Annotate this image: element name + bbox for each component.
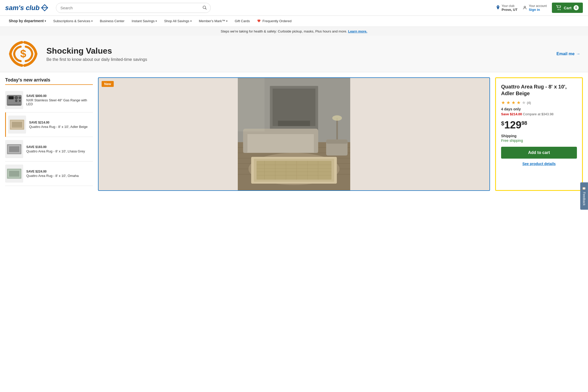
nav-item-members-mark[interactable]: Member's Mark™ ▾ xyxy=(195,16,231,27)
star-3: ★ xyxy=(511,100,516,105)
account-icon xyxy=(522,5,527,10)
cart-button[interactable]: Cart 0 xyxy=(552,3,583,13)
item-name: Quattro Area Rug - 8' x 10', Omaha xyxy=(26,174,79,178)
svg-rect-45 xyxy=(273,89,315,126)
learn-more-link[interactable]: Learn more. xyxy=(348,29,367,33)
svg-rect-73 xyxy=(326,140,348,144)
rug-omaha-thumbnail-icon xyxy=(6,167,22,181)
new-arrivals-title: Today's new arrivals xyxy=(5,77,93,85)
nav-item-gift-cards[interactable]: Gift Cards xyxy=(231,16,254,27)
rug-beige-thumbnail-icon xyxy=(9,118,25,132)
chevron-down-icon: ▾ xyxy=(156,20,157,22)
star-2: ★ xyxy=(506,100,510,105)
review-count: (4) xyxy=(527,101,531,105)
logo-text[interactable]: sam's club xyxy=(5,4,39,12)
nav-item-subscriptions[interactable]: Subscriptions & Services ▾ xyxy=(50,16,96,27)
svg-rect-74 xyxy=(238,78,265,132)
nav-bar: Shop by department ▾ Subscriptions & Ser… xyxy=(0,16,588,27)
product-image-container[interactable]: New xyxy=(98,77,490,191)
list-item[interactable]: SAVE $224.00 Quattro Area Rug - 8' x 10'… xyxy=(5,161,93,186)
search-button[interactable] xyxy=(199,3,210,13)
feedback-label: Feedback xyxy=(582,192,586,196)
product-title: Quattro Area Rug - 8' x 10', Adler Beige xyxy=(501,83,577,97)
svg-rect-46 xyxy=(278,121,310,126)
item-name: Quattro Area Rug - 8' x 10', Adler Beige xyxy=(29,125,88,129)
svg-rect-23 xyxy=(12,122,22,128)
chevron-down-icon: ▾ xyxy=(190,20,192,22)
price-main: 129 xyxy=(504,119,521,131)
svg-point-18 xyxy=(15,100,17,102)
cart-label: Cart xyxy=(564,6,571,10)
save-badge: SAVE $214.00 xyxy=(29,121,88,124)
list-item[interactable]: SAVE $800.00 NXR Stainless Steel 48" Gas… xyxy=(5,88,93,112)
search-icon xyxy=(202,5,207,10)
health-banner: Steps we're taking for health & safety: … xyxy=(0,27,588,36)
nav-item-shop-all-savings[interactable]: Shop All Savings ▾ xyxy=(160,16,195,27)
svg-rect-37 xyxy=(9,171,19,177)
save-badge: SAVE $224.00 xyxy=(26,170,79,173)
price-dollar-sign: $ xyxy=(501,120,504,127)
your-club-label: Your club xyxy=(502,4,517,8)
arrival-info: SAVE $800.00 NXR Stainless Steel 48" Gas… xyxy=(26,94,93,106)
svg-point-12 xyxy=(560,9,561,10)
arrival-info: SAVE $183.00 Quattro Area Rug - 8' x 10'… xyxy=(26,145,85,153)
product-main-image xyxy=(99,78,489,190)
svg-point-9 xyxy=(497,6,499,7)
shocking-values-text: Shocking Values Be the first to know abo… xyxy=(46,46,147,62)
heart-icon xyxy=(257,19,261,23)
header-right: Your club Provo, UT Your account Sign in… xyxy=(496,3,583,13)
arrival-thumbnail xyxy=(8,116,26,134)
svg-rect-30 xyxy=(9,146,19,152)
main-content: Today's new arrivals SAVE $800.00 NXR St… xyxy=(0,72,588,196)
add-to-cart-button[interactable]: Add to cart xyxy=(501,147,577,159)
arrival-thumbnail xyxy=(5,91,23,109)
svg-line-8 xyxy=(206,8,207,9)
item-name: NXR Stainless Steel 48" Gas Range with L… xyxy=(26,98,93,106)
save-badge: SAVE $800.00 xyxy=(26,94,93,98)
list-item[interactable]: SAVE $183.00 Quattro Area Rug - 8' x 10'… xyxy=(5,137,93,161)
product-price: $ 129 98 xyxy=(501,119,577,131)
cart-count: 0 xyxy=(574,5,579,10)
logo-diamond-icon xyxy=(41,4,48,11)
svg-rect-57 xyxy=(257,161,332,180)
email-me-link[interactable]: Email me → xyxy=(557,52,580,56)
your-account[interactable]: Your account Sign in xyxy=(522,4,547,12)
nav-item-shop-by-department[interactable]: Shop by department ▾ xyxy=(5,16,50,27)
list-item[interactable]: SAVE $214.00 Quattro Area Rug - 8' x 10'… xyxy=(5,112,93,137)
chevron-down-icon: ▾ xyxy=(91,20,93,22)
price-cents: 98 xyxy=(521,120,527,126)
product-image-area: New xyxy=(98,77,490,191)
svg-rect-75 xyxy=(336,118,338,140)
svg-point-7 xyxy=(203,6,206,9)
free-shipping-label: Free shipping xyxy=(501,138,577,143)
cart-icon xyxy=(556,5,562,10)
search-input[interactable] xyxy=(56,4,199,12)
svg-rect-15 xyxy=(9,96,14,99)
chevron-down-icon: ▾ xyxy=(45,20,46,22)
sign-in-link[interactable]: Sign in xyxy=(529,8,547,12)
chevron-down-icon: ▾ xyxy=(226,20,227,22)
your-club-location: Provo, UT xyxy=(502,8,517,12)
star-1: ★ xyxy=(501,100,505,105)
new-arrivals-sidebar: Today's new arrivals SAVE $800.00 NXR St… xyxy=(5,77,93,191)
health-banner-text: Steps we're taking for health & safety: … xyxy=(221,29,347,33)
feedback-tab[interactable]: 📋 Feedback xyxy=(580,182,588,196)
svg-rect-71 xyxy=(314,132,318,153)
nav-item-frequently-ordered[interactable]: Frequently Ordered xyxy=(254,16,295,27)
rug-grey-thumbnail-icon xyxy=(6,142,22,156)
feedback-icon: 📋 xyxy=(582,186,586,190)
shocking-values-subtext: Be the first to know about our daily lim… xyxy=(46,57,147,62)
nav-item-instant-savings[interactable]: Instant Savings ▾ xyxy=(128,16,161,27)
arrival-info: SAVE $214.00 Quattro Area Rug - 8' x 10'… xyxy=(29,121,88,129)
your-account-label: Your account xyxy=(529,4,547,8)
location-icon xyxy=(496,5,500,10)
svg-text:$: $ xyxy=(20,48,26,60)
new-badge: New xyxy=(102,81,114,87)
nav-item-business-center[interactable]: Business Center xyxy=(96,16,128,27)
search-bar xyxy=(56,3,211,13)
shocking-values-heading: Shocking Values xyxy=(46,46,147,56)
svg-point-17 xyxy=(19,97,21,99)
your-club[interactable]: Your club Provo, UT xyxy=(496,4,517,12)
see-product-details-link[interactable]: See product details xyxy=(501,162,577,166)
arrival-thumbnail xyxy=(5,165,23,183)
